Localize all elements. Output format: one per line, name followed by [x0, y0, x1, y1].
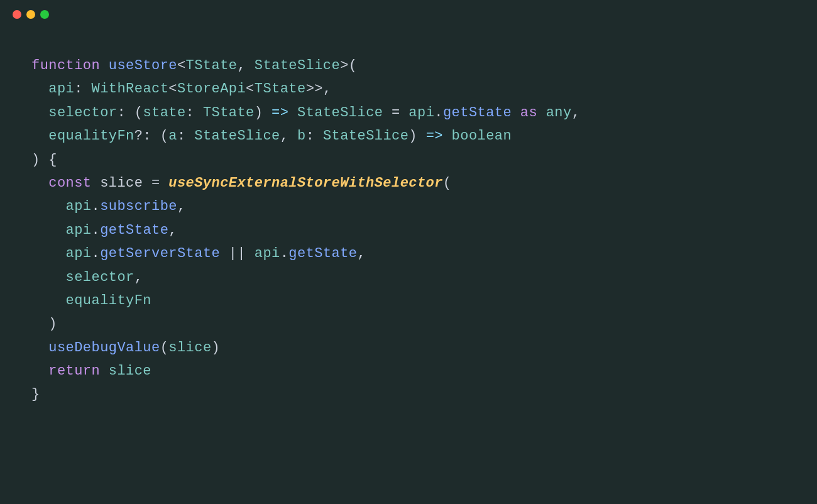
- code-line-7: api.subscribe,: [31, 195, 786, 218]
- title-bar: [0, 0, 817, 29]
- code-line-12: ): [31, 312, 786, 336]
- window: function useStore<TState, StateSlice>( a…: [0, 0, 817, 504]
- code-line-10: selector,: [31, 266, 786, 289]
- maximize-button[interactable]: [40, 10, 49, 19]
- code-line-13: useDebugValue(slice): [31, 336, 786, 359]
- code-line-3: selector: (state: TState) => StateSlice …: [31, 101, 786, 124]
- code-line-2: api: WithReact<StoreApi<TState>>,: [31, 77, 786, 101]
- code-line-1: function useStore<TState, StateSlice>(: [31, 54, 786, 77]
- code-line-4: equalityFn?: (a: StateSlice, b: StateSli…: [31, 124, 786, 148]
- close-button[interactable]: [13, 10, 21, 19]
- code-line-15: }: [31, 383, 786, 406]
- code-line-14: return slice: [31, 359, 786, 383]
- code-line-6: const slice = useSyncExternalStoreWithSe…: [31, 172, 786, 195]
- code-line-11: equalityFn: [31, 289, 786, 312]
- code-container: function useStore<TState, StateSlice>( a…: [0, 29, 817, 432]
- minimize-button[interactable]: [26, 10, 35, 19]
- code-line-5: ) {: [31, 148, 786, 172]
- code-line-8: api.getState,: [31, 219, 786, 242]
- code-line-9: api.getServerState || api.getState,: [31, 242, 786, 265]
